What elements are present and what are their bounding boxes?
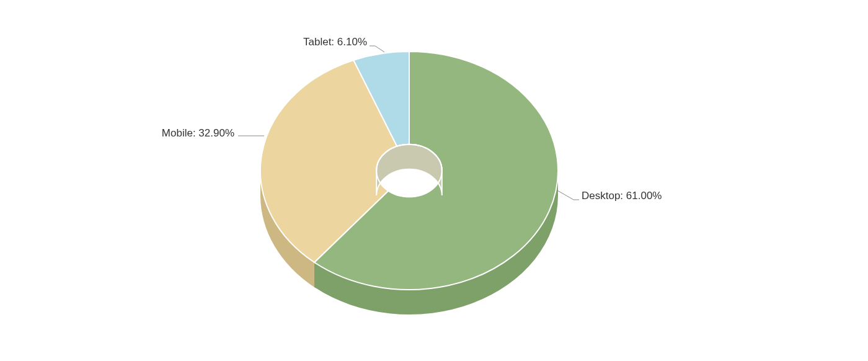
- leader-line-tablet: [370, 46, 384, 52]
- donut-3d-chart: Desktop: 61.00% Mobile: 32.90% Tablet: 6…: [0, 0, 868, 361]
- leader-line-desktop: [557, 190, 579, 200]
- chart-canvas: [0, 0, 868, 361]
